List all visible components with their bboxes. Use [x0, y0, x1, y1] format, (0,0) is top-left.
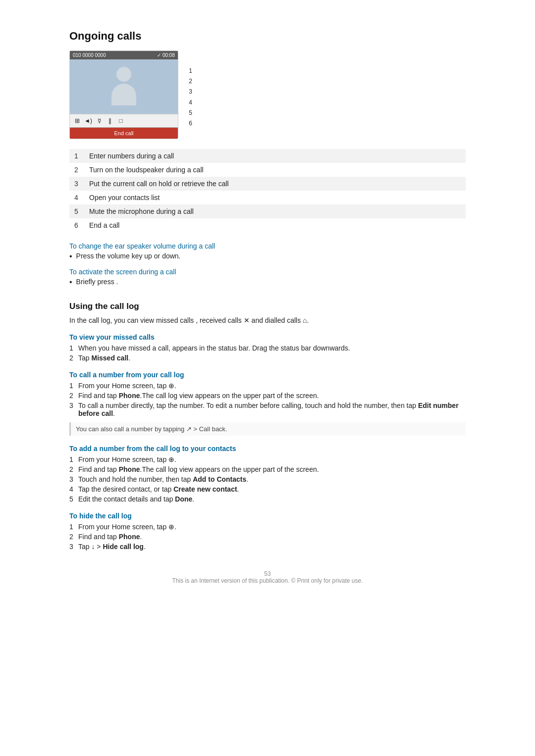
step-num-2-0: 1: [69, 455, 78, 463]
step-2-0: 1 From your Home screen, tap ⊕.: [69, 455, 466, 463]
desc-num-5: 5: [69, 204, 84, 218]
sub-heading-0: To view your missed calls: [69, 333, 466, 341]
tip-item-1: Press the volume key up or down.: [69, 252, 466, 261]
step-3-2: 3 Tap ↓ > Hide call log.: [69, 543, 466, 551]
step-text-3-1: Find and tap Phone.: [78, 533, 142, 541]
footer-note: This is an Internet version of this publ…: [69, 577, 466, 584]
steps-list-2: 1 From your Home screen, tap ⊕.2 Find an…: [69, 455, 466, 503]
step-1-1: 2 Find and tap Phone.The call log view a…: [69, 392, 466, 400]
avatar-body: [111, 84, 136, 105]
callout-6: 6: [189, 119, 192, 128]
sub-heading-3: To hide the call log: [69, 512, 466, 520]
step-text-1-1: Find and tap Phone.The call log view app…: [78, 392, 319, 400]
step-num-2-1: 2: [69, 465, 78, 473]
mute-icon: ☿: [95, 116, 104, 125]
step-num-2-3: 4: [69, 485, 78, 493]
desc-num-4: 4: [69, 191, 84, 204]
desc-num-1: 1: [69, 149, 84, 163]
step-text-3-2: Tap ↓ > Hide call log.: [78, 543, 146, 551]
step-num-1-0: 1: [69, 382, 78, 390]
desc-num-3: 3: [69, 177, 84, 191]
steps-list-1: 1 From your Home screen, tap ⊕.2 Find an…: [69, 382, 466, 417]
step-num-1-1: 2: [69, 392, 78, 400]
step-text-3-0: From your Home screen, tap ⊕.: [78, 523, 176, 531]
avatar-head: [116, 67, 131, 82]
phone-avatar-area: [70, 59, 178, 114]
phone-mockup-wrapper: 010 0000 0000 ✓ 00:08 ⊞ ◄) ☿ ‖ □ End cal…: [69, 50, 178, 149]
step-2-4: 5 Edit the contact details and tap Done.: [69, 495, 466, 503]
step-3-0: 1 From your Home screen, tap ⊕.: [69, 523, 466, 531]
dialpad-icon: ⊞: [73, 116, 82, 125]
hold-icon: ‖: [106, 116, 114, 125]
step-2-3: 4 Tap the desired contact, or tap Create…: [69, 485, 466, 493]
tip-item-2: Briefly press .: [69, 278, 466, 287]
step-num-2-2: 3: [69, 475, 78, 483]
page-number: 53: [69, 570, 466, 577]
tip-activate-screen: To activate the screen during a call Bri…: [69, 268, 466, 287]
callout-numbers: 1 2 3 4 5 6: [189, 66, 192, 128]
desc-num-2: 2: [69, 163, 84, 177]
step-num-3-1: 2: [69, 533, 78, 541]
step-text-0-1: Tap Missed call.: [78, 354, 130, 362]
tip-title-2: To activate the screen during a call: [69, 268, 466, 276]
step-1-0: 1 From your Home screen, tap ⊕.: [69, 382, 466, 390]
end-call-button[interactable]: End call: [70, 127, 178, 139]
desc-text-3: Put the current call on hold or retrieve…: [84, 177, 466, 191]
note-1: You can also call a number by tapping ↗ …: [69, 422, 466, 436]
tip-text-2: Briefly press .: [76, 278, 118, 286]
desc-text-6: End a call: [84, 218, 466, 232]
tip-title-1: To change the ear speaker volume during …: [69, 242, 466, 250]
step-2-2: 3 Touch and hold the number, then tap Ad…: [69, 475, 466, 483]
steps-list-0: 1 When you have missed a call, appears i…: [69, 344, 466, 362]
step-text-2-3: Tap the desired contact, or tap Create n…: [78, 485, 239, 493]
step-text-2-2: Touch and hold the number, then tap Add …: [78, 475, 248, 483]
phone-number-display: 010 0000 0000: [73, 52, 106, 58]
callout-3: 3: [189, 87, 192, 97]
step-0-0: 1 When you have missed a call, appears i…: [69, 344, 466, 352]
avatar: [109, 67, 139, 106]
step-text-0-0: When you have missed a call, appears in …: [78, 344, 350, 352]
call-log-section: Using the call log In the call log, you …: [69, 302, 466, 324]
desc-text-4: Open your contacts list: [84, 191, 466, 204]
phone-mockup: 010 0000 0000 ✓ 00:08 ⊞ ◄) ☿ ‖ □ End cal…: [69, 50, 178, 139]
step-num-2-4: 5: [69, 495, 78, 503]
step-text-2-0: From your Home screen, tap ⊕.: [78, 455, 176, 463]
tip-text-1: Press the volume key up or down.: [76, 252, 181, 260]
section-title-ongoing-calls: Ongoing calls: [69, 30, 466, 43]
speaker-icon: ◄): [84, 116, 93, 125]
phone-top-bar: 010 0000 0000 ✓ 00:08: [70, 51, 178, 59]
descriptions-table: 1Enter numbers during a call2Turn on the…: [69, 149, 466, 232]
callout-4: 4: [189, 98, 192, 107]
desc-text-1: Enter numbers during a call: [84, 149, 466, 163]
steps-list-3: 1 From your Home screen, tap ⊕.2 Find an…: [69, 523, 466, 551]
contacts-icon: □: [116, 116, 125, 125]
step-2-1: 2 Find and tap Phone.The call log view a…: [69, 465, 466, 473]
sub-heading-1: To call a number from your call log: [69, 371, 466, 379]
step-num-3-2: 3: [69, 543, 78, 551]
step-text-2-1: Find and tap Phone.The call log view app…: [78, 465, 319, 473]
step-text-1-0: From your Home screen, tap ⊕.: [78, 382, 176, 390]
callout-1: 1: [189, 66, 192, 76]
call-log-sections: To view your missed calls1 When you have…: [69, 333, 466, 551]
call-log-intro: In the call log, you can view missed cal…: [69, 316, 466, 324]
desc-text-2: Turn on the loudspeaker during a call: [84, 163, 466, 177]
section-title-call-log: Using the call log: [69, 302, 466, 311]
step-num-1-2: 3: [69, 402, 78, 409]
call-duration: ✓ 00:08: [157, 52, 175, 58]
page-footer: 53 This is an Internet version of this p…: [69, 570, 466, 584]
step-3-1: 2 Find and tap Phone.: [69, 533, 466, 541]
callout-2: 2: [189, 77, 192, 86]
phone-controls-bar: ⊞ ◄) ☿ ‖ □: [70, 114, 178, 127]
end-call-label: End call: [114, 130, 133, 136]
step-num-0-1: 2: [69, 354, 78, 362]
step-0-1: 2 Tap Missed call.: [69, 354, 466, 362]
desc-num-6: 6: [69, 218, 84, 232]
step-1-2: 3 To call a number directly, tap the num…: [69, 402, 466, 417]
step-text-1-2: To call a number directly, tap the numbe…: [78, 402, 466, 417]
callout-5: 5: [189, 108, 192, 118]
desc-text-5: Mute the microphone during a call: [84, 204, 466, 218]
step-num-0-0: 1: [69, 344, 78, 352]
sub-heading-2: To add a number from the call log to you…: [69, 445, 466, 453]
step-num-3-0: 1: [69, 523, 78, 531]
tip-change-ear-volume: To change the ear speaker volume during …: [69, 242, 466, 261]
